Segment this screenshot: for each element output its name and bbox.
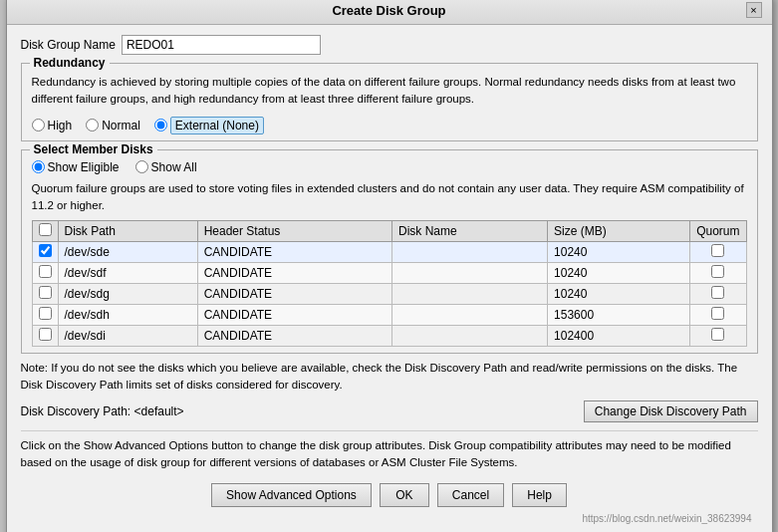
create-disk-group-dialog: Create Disk Group × Disk Group Name Redu…: [6, 0, 773, 532]
disk-table: Disk Path Header Status Disk Name Size (…: [32, 220, 747, 347]
normal-radio-option[interactable]: Normal: [86, 119, 140, 133]
row-quorum-checkbox[interactable]: [711, 244, 724, 257]
show-advanced-button[interactable]: Show Advanced Options: [211, 483, 372, 507]
high-radio-label: High: [48, 119, 73, 133]
disk-group-name-row: Disk Group Name: [21, 35, 758, 55]
header-disk-path: Disk Path: [58, 221, 197, 242]
row-quorum-checkbox[interactable]: [711, 286, 724, 299]
row-quorum-cell[interactable]: [690, 263, 746, 284]
advanced-note: Click on the Show Advanced Options butto…: [21, 430, 758, 472]
redundancy-group: Redundancy Redundancy is achieved by sto…: [21, 63, 758, 141]
header-size-mb: Size (MB): [548, 221, 690, 242]
row-header-status: CANDIDATE: [197, 242, 391, 263]
row-disk-name: [392, 284, 548, 305]
close-button[interactable]: ×: [746, 2, 762, 18]
member-disks-group: Select Member Disks Show Eligible Show A…: [21, 149, 758, 355]
show-all-radio[interactable]: [135, 160, 148, 173]
member-radio-row: Show Eligible Show All: [32, 160, 747, 174]
watermark: https://blog.csdn.net/weixin_38623994: [21, 513, 758, 526]
redundancy-content: Redundancy is achieved by storing multip…: [32, 74, 747, 134]
table-row: /dev/sdi CANDIDATE 102400: [32, 326, 746, 347]
table-row: /dev/sdf CANDIDATE 10240: [32, 263, 746, 284]
discovery-label: Disk Discovery Path: <default>: [21, 404, 184, 418]
row-size-mb: 153600: [548, 305, 690, 326]
high-radio-option[interactable]: High: [32, 119, 73, 133]
disk-group-name-input[interactable]: [122, 35, 321, 55]
external-radio-option[interactable]: External (None): [154, 117, 264, 134]
normal-radio[interactable]: [86, 119, 99, 132]
row-checkbox[interactable]: [39, 265, 52, 278]
quorum-note: Quorum failure groups are used to store …: [32, 180, 747, 215]
title-bar: Create Disk Group ×: [7, 0, 772, 25]
row-checkbox-cell[interactable]: [32, 284, 58, 305]
row-header-status: CANDIDATE: [197, 284, 391, 305]
header-select-all[interactable]: [32, 221, 58, 242]
show-all-option[interactable]: Show All: [135, 160, 197, 174]
external-radio[interactable]: [154, 119, 167, 132]
row-disk-name: [392, 242, 548, 263]
help-button[interactable]: Help: [512, 483, 567, 507]
row-quorum-checkbox[interactable]: [711, 265, 724, 278]
row-size-mb: 10240: [548, 263, 690, 284]
row-disk-path: /dev/sdg: [58, 284, 197, 305]
row-disk-path: /dev/sdf: [58, 263, 197, 284]
redundancy-options: High Normal External (None): [32, 117, 747, 134]
row-disk-name: [392, 326, 548, 347]
row-checkbox[interactable]: [39, 328, 52, 341]
row-header-status: CANDIDATE: [197, 326, 391, 347]
row-disk-path: /dev/sdi: [58, 326, 197, 347]
row-quorum-cell[interactable]: [690, 305, 746, 326]
select-all-checkbox[interactable]: [39, 223, 52, 236]
row-size-mb: 102400: [548, 326, 690, 347]
show-eligible-radio[interactable]: [32, 160, 45, 173]
row-checkbox[interactable]: [39, 286, 52, 299]
row-checkbox-cell[interactable]: [32, 263, 58, 284]
row-header-status: CANDIDATE: [197, 305, 391, 326]
row-quorum-checkbox[interactable]: [711, 307, 724, 320]
show-eligible-option[interactable]: Show Eligible: [32, 160, 120, 174]
show-eligible-label: Show Eligible: [48, 160, 120, 174]
row-checkbox-cell[interactable]: [32, 305, 58, 326]
row-quorum-cell[interactable]: [690, 284, 746, 305]
dialog-content: Disk Group Name Redundancy Redundancy is…: [7, 25, 772, 532]
normal-radio-label: Normal: [102, 119, 140, 133]
row-checkbox-cell[interactable]: [32, 242, 58, 263]
table-row: /dev/sdh CANDIDATE 153600: [32, 305, 746, 326]
redundancy-title: Redundancy: [30, 56, 110, 70]
header-header-status: Header Status: [197, 221, 391, 242]
row-checkbox-cell[interactable]: [32, 326, 58, 347]
row-disk-name: [392, 305, 548, 326]
row-checkbox[interactable]: [39, 307, 52, 320]
header-quorum: Quorum: [690, 221, 746, 242]
show-all-label: Show All: [151, 160, 197, 174]
row-size-mb: 10240: [548, 242, 690, 263]
row-quorum-cell[interactable]: [690, 326, 746, 347]
discovery-row: Disk Discovery Path: <default> Change Di…: [21, 400, 758, 422]
member-disks-title: Select Member Disks: [30, 142, 157, 156]
row-checkbox[interactable]: [39, 244, 52, 257]
row-header-status: CANDIDATE: [197, 263, 391, 284]
cancel-button[interactable]: Cancel: [437, 483, 504, 507]
row-size-mb: 10240: [548, 284, 690, 305]
redundancy-description: Redundancy is achieved by storing multip…: [32, 74, 747, 109]
high-radio[interactable]: [32, 119, 45, 132]
change-disk-discovery-button[interactable]: Change Disk Discovery Path: [584, 400, 758, 422]
disk-group-name-label: Disk Group Name: [21, 38, 116, 52]
header-disk-name: Disk Name: [392, 221, 548, 242]
table-row: /dev/sde CANDIDATE 10240: [32, 242, 746, 263]
note-text: Note: If you do not see the disks which …: [21, 360, 758, 395]
dialog-title: Create Disk Group: [33, 3, 746, 18]
row-disk-path: /dev/sde: [58, 242, 197, 263]
row-disk-name: [392, 263, 548, 284]
button-row: Show Advanced Options OK Cancel Help: [21, 479, 758, 513]
row-quorum-cell[interactable]: [690, 242, 746, 263]
row-quorum-checkbox[interactable]: [711, 328, 724, 341]
table-row: /dev/sdg CANDIDATE 10240: [32, 284, 746, 305]
row-disk-path: /dev/sdh: [58, 305, 197, 326]
external-radio-label: External (None): [170, 117, 264, 134]
ok-button[interactable]: OK: [380, 483, 429, 507]
